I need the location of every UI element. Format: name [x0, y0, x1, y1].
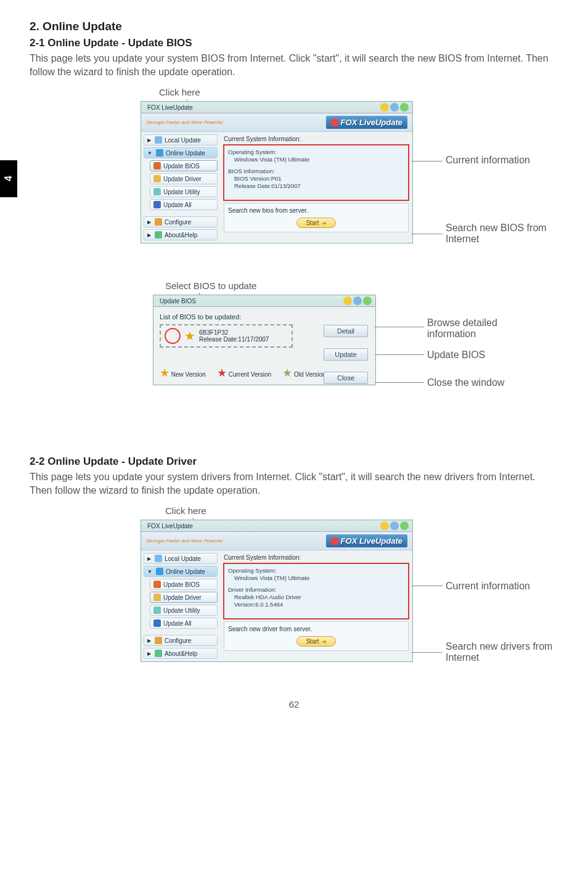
start-button[interactable]: Start — [296, 636, 335, 647]
page-number: 62 — [30, 699, 558, 709]
callout-current-info-2: Current information — [446, 581, 530, 592]
sub1-title: 2-1 Online Update - Update BIOS — [30, 37, 558, 49]
minimize-icon[interactable] — [380, 103, 389, 112]
sidebar-item-configure[interactable]: ▶Configure — [144, 635, 218, 646]
callout-update-bios: Update BIOS — [427, 349, 485, 361]
sidebar-item-update-utility[interactable]: Update Utility — [150, 186, 218, 197]
window-controls — [380, 103, 409, 112]
bios-name: 6B3F1P32 — [199, 329, 269, 336]
sidebar-item-online-update[interactable]: ▼Online Update — [144, 566, 218, 577]
sidebar-item-update-all[interactable]: Update All — [150, 618, 218, 629]
star-icon: ★ — [184, 332, 195, 340]
section-title: 2. Online Update — [30, 20, 558, 33]
app-window-driver: FOX LiveUpdate Stronger,Faster and More … — [141, 520, 413, 662]
maximize-icon[interactable] — [390, 103, 399, 112]
search-label: Search new driver from server. — [228, 626, 404, 632]
tagline: Stronger,Faster and More Powerful — [146, 538, 223, 544]
sidebar-item-update-driver[interactable]: Update Driver — [150, 592, 218, 603]
callout-browse-detailed: Browse detailed information — [427, 317, 526, 340]
fox-icon — [331, 537, 338, 545]
sidebar-item-local-update[interactable]: ▶Local Update — [144, 553, 218, 564]
start-button[interactable]: Start — [296, 218, 335, 228]
callout-select-bios: Select BIOS to update — [165, 280, 558, 291]
callout-search-bios: Search new BIOS from Internet — [446, 223, 557, 245]
sidebar-item-update-driver[interactable]: Update Driver — [150, 173, 218, 184]
sub1-body: This page lets you update your system BI… — [30, 52, 558, 78]
minimize-icon[interactable] — [380, 521, 389, 530]
detail-button[interactable]: Detail — [324, 325, 368, 337]
sidebar: ▶Local Update ▼Online Update Update BIOS… — [141, 132, 220, 243]
info-header: Current System Information: — [224, 136, 409, 142]
sidebar-item-update-utility[interactable]: Update Utility — [150, 605, 218, 616]
dialog-update-bios: Update BIOS List of BIOS to be updated: … — [153, 295, 376, 385]
close-button[interactable]: Close — [324, 372, 368, 384]
sidebar-item-update-bios[interactable]: Update BIOS — [150, 579, 218, 590]
callout-current-info: Current information — [446, 155, 530, 166]
chapter-tab: 4 — [0, 160, 17, 197]
maximize-icon[interactable] — [390, 521, 399, 530]
callout-click-here-2: Click here — [165, 505, 558, 516]
dialog-title: Update BIOS — [160, 298, 196, 304]
brand-badge: FOX LiveUpdate — [326, 116, 407, 129]
bios-date: Release Date:11/17/2007 — [199, 336, 269, 343]
sidebar-item-about-help[interactable]: ▶About&Help — [144, 648, 218, 659]
search-box: Search new bios from server. Start — [224, 203, 409, 232]
window-title: FOX LiveUpdate — [147, 523, 193, 529]
info-header: Current System Information: — [224, 554, 409, 561]
window-title: FOX LiveUpdate — [147, 104, 193, 111]
callout-search-drivers: Search new drivers from Internet — [446, 641, 557, 663]
maximize-icon[interactable] — [353, 296, 362, 305]
sidebar-item-online-update[interactable]: ▼Online Update — [144, 147, 218, 158]
list-label: List of BIOS to be updated: — [160, 313, 369, 321]
sidebar-item-update-all[interactable]: Update All — [150, 199, 218, 210]
fox-icon — [331, 119, 338, 126]
sub2-title: 2-2 Online Update - Update Driver — [30, 456, 558, 468]
select-circle-icon — [165, 328, 181, 344]
search-label: Search new bios from server. — [228, 207, 404, 214]
app-window-bios: FOX LiveUpdate Stronger,Faster and More … — [141, 101, 413, 243]
close-icon[interactable] — [363, 296, 372, 305]
callout-close-window: Close the window — [427, 377, 504, 388]
brand-badge: FOX LiveUpdate — [326, 534, 407, 547]
sub2-body: This page lets you update your system dr… — [30, 470, 558, 497]
update-button[interactable]: Update — [324, 348, 368, 361]
callout-click-here: Click here — [159, 87, 558, 97]
close-icon[interactable] — [400, 103, 409, 112]
sidebar-item-local-update[interactable]: ▶Local Update — [144, 134, 218, 145]
info-box: Operating System: Windows Vista (TM) Ult… — [224, 145, 409, 200]
sidebar-item-configure[interactable]: ▶Configure — [144, 216, 218, 227]
close-icon[interactable] — [400, 521, 409, 530]
bios-list-item[interactable]: ★ 6B3F1P32 Release Date:11/17/2007 — [160, 324, 293, 348]
info-box: Operating System: Windows Vista (TM) Ult… — [224, 563, 409, 619]
sidebar-item-about-help[interactable]: ▶About&Help — [144, 229, 218, 240]
minimize-icon[interactable] — [343, 296, 352, 305]
tagline: Stronger,Faster and More Powerful — [146, 120, 223, 125]
sidebar-item-update-bios[interactable]: Update BIOS — [150, 160, 218, 171]
